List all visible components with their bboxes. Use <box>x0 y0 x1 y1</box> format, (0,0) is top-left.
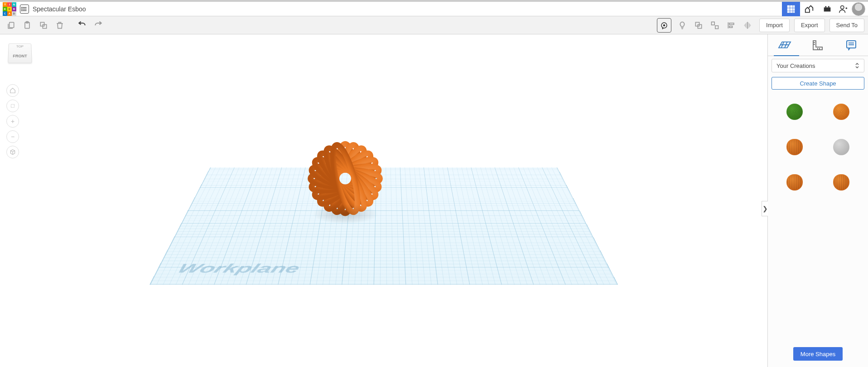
copy-icon[interactable] <box>4 18 18 33</box>
undo-icon[interactable] <box>75 18 89 33</box>
3d-canvas[interactable]: TOP FRONT + − Workplane <box>0 34 767 367</box>
redo-icon[interactable] <box>91 18 106 33</box>
panel-collapse-icon[interactable]: ❯ <box>762 201 768 216</box>
svg-rect-33 <box>729 26 733 27</box>
svg-rect-16 <box>828 6 829 7</box>
svg-rect-15 <box>825 6 826 7</box>
collaborate-icon[interactable] <box>836 4 850 14</box>
shape-thumb-icon <box>833 174 849 191</box>
shapes-panel: ❯ Your Creations Create Shape <box>767 34 868 367</box>
design-name[interactable]: Spectacular Esboo <box>33 5 86 13</box>
shape-thumb-icon <box>786 139 803 155</box>
sendto-label: Send To <box>836 22 858 29</box>
svg-rect-9 <box>787 8 790 11</box>
mode-bricks-icon[interactable] <box>818 2 836 16</box>
tinkercad-logo[interactable]: TIN KER CAD <box>3 2 16 16</box>
group-icon[interactable] <box>691 18 706 33</box>
design-list-icon[interactable] <box>20 5 29 14</box>
mirror-icon[interactable] <box>740 18 755 33</box>
svg-rect-8 <box>793 5 795 8</box>
svg-rect-35 <box>11 105 14 108</box>
mode-3d-design-icon[interactable] <box>782 2 800 16</box>
panel-tabs <box>768 34 868 56</box>
svg-point-3 <box>22 7 22 7</box>
svg-rect-6 <box>787 5 790 8</box>
bulb-icon[interactable] <box>675 18 690 33</box>
shape-thumb-icon <box>786 104 803 120</box>
zoom-in-icon[interactable]: + <box>6 115 19 128</box>
svg-rect-30 <box>715 25 719 29</box>
import-button[interactable]: Import <box>759 19 790 32</box>
ungroup-icon[interactable] <box>708 18 722 33</box>
sendto-button[interactable]: Send To <box>829 19 864 32</box>
notes-tab-icon[interactable] <box>840 34 862 56</box>
chevron-updown-icon <box>855 62 859 69</box>
shape-thumb-icon <box>833 139 849 155</box>
svg-rect-13 <box>790 11 793 13</box>
top-bar: TIN KER CAD Spectacular Esboo <box>0 0 868 16</box>
shape-item[interactable] <box>772 165 818 200</box>
export-label: Export <box>801 22 818 29</box>
svg-rect-10 <box>790 8 793 11</box>
shape-item[interactable] <box>772 129 818 165</box>
dropdown-selected-label: Your Creations <box>776 62 815 69</box>
home-view-icon[interactable] <box>6 84 19 97</box>
paste-icon[interactable] <box>20 18 34 33</box>
edit-toolbar: Import Export Send To <box>0 16 868 34</box>
shape-shadow <box>312 204 379 224</box>
mode-blocks-icon[interactable] <box>800 2 818 16</box>
view-cube[interactable]: TOP FRONT <box>8 43 33 67</box>
shape-category-dropdown[interactable]: Your Creations <box>772 59 864 72</box>
shape-thumb-icon <box>786 174 803 191</box>
zoom-out-icon[interactable]: − <box>6 130 19 143</box>
view-nav-buttons: + − <box>6 84 19 158</box>
ruler-tab-icon[interactable] <box>807 34 829 56</box>
svg-point-4 <box>22 9 22 9</box>
shapes-grid <box>768 94 868 343</box>
create-shape-label: Create Shape <box>800 80 836 87</box>
create-shape-button[interactable]: Create Shape <box>772 77 864 90</box>
svg-rect-32 <box>729 23 734 24</box>
import-label: Import <box>766 22 783 29</box>
svg-rect-12 <box>787 11 790 13</box>
workplane-tab-icon[interactable] <box>774 34 796 56</box>
more-shapes-button[interactable]: More Shapes <box>793 347 843 361</box>
svg-rect-7 <box>790 5 793 8</box>
svg-point-5 <box>22 10 22 10</box>
viewcube-front-label: FRONT <box>9 54 32 58</box>
svg-rect-11 <box>793 8 795 11</box>
fit-view-icon[interactable] <box>6 100 19 112</box>
duplicate-icon[interactable] <box>36 18 51 33</box>
svg-rect-29 <box>712 22 715 25</box>
main-area: TOP FRONT + − Workplane <box>0 34 868 367</box>
ortho-view-icon[interactable] <box>6 146 19 158</box>
shape-thumb-icon <box>833 104 849 120</box>
svg-rect-20 <box>10 22 14 28</box>
svg-point-26 <box>664 24 665 26</box>
notes-icon[interactable] <box>657 18 671 33</box>
viewcube-top-label: TOP <box>9 45 31 48</box>
svg-point-17 <box>841 5 844 9</box>
pumpkin-shape[interactable] <box>293 129 397 219</box>
export-button[interactable]: Export <box>794 19 825 32</box>
workplane-label: Workplane <box>174 261 302 276</box>
svg-rect-14 <box>793 11 795 13</box>
delete-icon[interactable] <box>53 18 67 33</box>
shape-item[interactable] <box>818 129 865 165</box>
shape-item[interactable] <box>772 94 818 129</box>
more-shapes-label: More Shapes <box>800 351 835 357</box>
user-avatar[interactable] <box>852 2 865 16</box>
align-icon[interactable] <box>724 18 738 33</box>
shape-item[interactable] <box>818 165 865 200</box>
shape-item[interactable] <box>818 94 865 129</box>
